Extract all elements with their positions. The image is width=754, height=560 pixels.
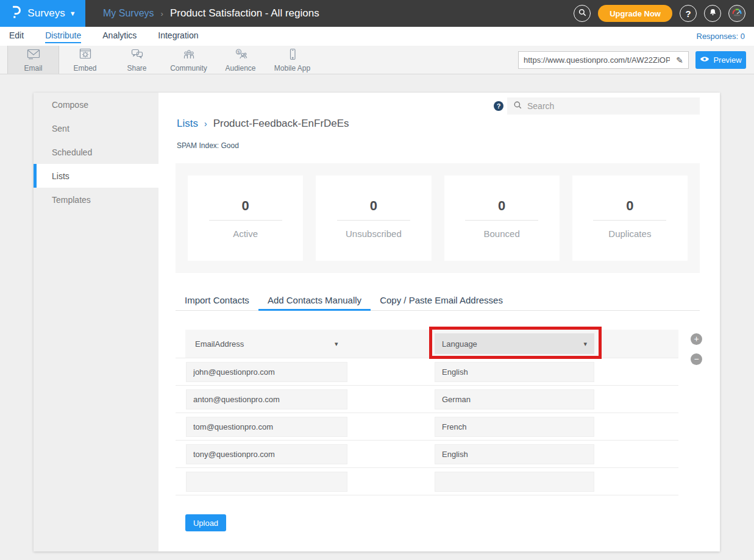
gauge-avatar-icon <box>730 5 744 21</box>
community-icon <box>182 48 196 63</box>
email-sidebar: Compose Sent Scheduled Lists Templates <box>34 93 158 551</box>
language-field[interactable] <box>435 472 594 492</box>
email-column-label: EmailAddress <box>195 339 244 349</box>
stat-label: Active <box>233 229 258 239</box>
contact-row <box>176 386 678 413</box>
list-breadcrumb: Lists › Product-Feedback-EnFrDeEs <box>177 118 349 130</box>
tab-distribute[interactable]: Distribute <box>45 30 81 43</box>
bell-icon <box>708 8 717 19</box>
tab-edit[interactable]: Edit <box>9 30 24 42</box>
remove-row-button[interactable]: − <box>691 353 702 365</box>
top-header: Surveys ▼ My Surveys › Product Satisfact… <box>0 0 754 27</box>
share-icon <box>130 48 144 63</box>
header-actions: Upgrade Now ? <box>574 5 754 22</box>
chevron-down-icon: ▼ <box>69 10 76 17</box>
embed-icon <box>78 48 93 63</box>
toolbar-item-label: Mobile App <box>274 64 310 73</box>
toolbar-item-email[interactable]: Email <box>7 46 59 74</box>
sidebar-item-scheduled[interactable]: Scheduled <box>34 140 158 164</box>
breadcrumb: My Surveys › Product Satisfaction - All … <box>103 7 319 19</box>
sidebar-item-compose[interactable]: Compose <box>34 93 158 116</box>
contact-row <box>176 358 678 386</box>
upload-button[interactable]: Upload <box>185 514 226 531</box>
tab-integration[interactable]: Integration <box>158 30 198 42</box>
language-column-select[interactable]: Language ▾ <box>435 333 594 354</box>
preview-button[interactable]: Preview <box>695 51 746 69</box>
sidebar-item-templates[interactable]: Templates <box>34 188 158 211</box>
upgrade-now-button[interactable]: Upgrade Now <box>598 5 672 22</box>
email-lists-panel: Compose Sent Scheduled Lists Templates ?… <box>34 93 720 551</box>
eye-icon <box>700 55 710 65</box>
tab-import-contacts[interactable]: Import Contacts <box>176 291 258 311</box>
contacts-tabs: Import Contacts Add Contacts Manually Co… <box>176 291 700 311</box>
toolbar-item-share[interactable]: Share <box>111 46 163 74</box>
search-icon <box>513 101 522 112</box>
email-icon <box>26 48 41 63</box>
svg-text:$: $ <box>237 49 240 54</box>
list-help-button[interactable]: ? <box>494 101 503 111</box>
email-field[interactable] <box>186 417 347 437</box>
toolbar-item-mobile-app[interactable]: Mobile App <box>266 46 318 74</box>
stat-value: 0 <box>370 198 377 214</box>
search-icon <box>578 8 587 19</box>
responses-count[interactable]: Responses: 0 <box>697 32 745 41</box>
divider <box>209 220 282 221</box>
stat-card-active: 0 Active <box>188 175 303 261</box>
contact-rows <box>176 358 678 495</box>
survey-url-input[interactable] <box>519 55 671 65</box>
toolbar-item-audience[interactable]: $ Audience <box>215 46 266 74</box>
notifications-button[interactable] <box>704 5 721 22</box>
contact-row <box>176 441 678 468</box>
list-name: Product-Feedback-EnFrDeEs <box>213 118 349 130</box>
search-input[interactable] <box>527 101 694 111</box>
sidebar-item-lists[interactable]: Lists <box>34 164 158 188</box>
breadcrumb-lists-link[interactable]: Lists <box>177 118 198 130</box>
language-column-label: Language <box>442 339 477 349</box>
question-mark-icon: ? <box>685 9 691 19</box>
tab-copy-paste-email-addresses[interactable]: Copy / Paste Email Addresses <box>371 291 512 311</box>
tab-analytics[interactable]: Analytics <box>102 30 137 42</box>
divider <box>337 220 410 221</box>
product-switcher[interactable]: Surveys ▼ <box>0 0 85 27</box>
search-button[interactable] <box>574 5 591 22</box>
mobile-phone-icon <box>285 48 300 63</box>
help-button[interactable]: ? <box>680 5 697 22</box>
email-field[interactable] <box>186 362 347 382</box>
breadcrumb-separator-icon: › <box>161 9 163 18</box>
caret-down-icon: ▾ <box>335 340 338 348</box>
user-avatar[interactable] <box>728 5 745 22</box>
survey-url-box: ✎ <box>518 51 689 69</box>
stat-label: Unsubscribed <box>346 229 402 239</box>
language-field[interactable] <box>435 444 594 464</box>
column-mapping-header: EmailAddress ▾ Language ▾ <box>185 330 678 358</box>
email-field[interactable] <box>186 444 347 464</box>
caret-down-icon: ▾ <box>583 340 587 348</box>
email-field[interactable] <box>186 389 347 409</box>
email-column-select[interactable]: EmailAddress ▾ <box>185 330 356 358</box>
toolbar-item-label: Share <box>127 64 146 73</box>
add-row-button[interactable]: + <box>691 333 702 345</box>
tab-add-contacts-manually[interactable]: Add Contacts Manually <box>258 291 371 311</box>
list-stats: 0 Active 0 Unsubscribed 0 Bounced 0 Dupl… <box>176 163 700 273</box>
question-mark-icon: ? <box>497 102 501 110</box>
toolbar-item-embed[interactable]: Embed <box>59 46 111 74</box>
divider <box>465 220 538 221</box>
language-field[interactable] <box>435 389 594 409</box>
stat-value: 0 <box>626 198 633 214</box>
toolbar-item-community[interactable]: Community <box>163 46 215 74</box>
contact-row <box>176 468 678 495</box>
language-field[interactable] <box>435 362 594 382</box>
stat-label: Bounced <box>484 229 520 239</box>
list-search-box <box>507 97 700 115</box>
breadcrumb-separator-icon: › <box>204 119 207 129</box>
sidebar-item-sent[interactable]: Sent <box>34 116 158 140</box>
edit-url-button[interactable]: ✎ <box>671 55 688 65</box>
stat-card-unsubscribed: 0 Unsubscribed <box>316 175 431 261</box>
stat-card-bounced: 0 Bounced <box>444 175 560 261</box>
questionpro-logo-icon <box>9 5 22 22</box>
breadcrumb-my-surveys[interactable]: My Surveys <box>103 8 154 19</box>
email-field[interactable] <box>186 472 347 492</box>
stat-value: 0 <box>242 198 249 214</box>
toolbar-item-label: Email <box>24 64 42 73</box>
language-field[interactable] <box>435 417 594 437</box>
